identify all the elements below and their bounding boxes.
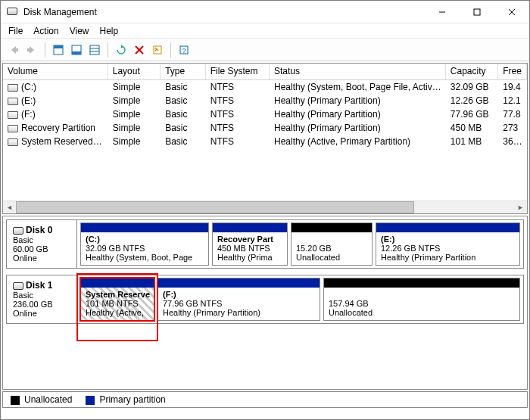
svg-rect-5 (27, 48, 30, 51)
disk-strip: (C:) 32.09 GB NTFS Healthy (System, Boot… (77, 219, 524, 269)
volume-row[interactable]: Recovery Partition Simple Basic NTFS Hea… (3, 121, 527, 135)
partition[interactable]: Recovery Part 450 MB NTFS Healthy (Prima (212, 222, 288, 266)
volume-list-header: Volume Layout Type File System Status Ca… (3, 64, 527, 80)
volume-row[interactable]: (F:) Simple Basic NTFS Healthy (Primary … (3, 107, 527, 121)
partition[interactable]: (C:) 32.09 GB NTFS Healthy (System, Boot… (80, 222, 209, 266)
partition-status: Unallocated (329, 308, 373, 317)
partition-size: 32.09 GB NTFS (86, 244, 145, 253)
disk-size: 60.00 GB (13, 244, 70, 254)
menu-file[interactable]: File (8, 26, 23, 36)
volume-free: 19.4 (498, 82, 527, 92)
menu-action[interactable]: Action (33, 26, 58, 36)
back-button[interactable] (5, 42, 22, 58)
toolbar-separator (108, 42, 108, 58)
svg-text:?: ? (182, 47, 186, 54)
partition-status: Unallocated (296, 253, 340, 262)
disk-state: Online (13, 309, 70, 318)
volume-row[interactable]: (C:) Simple Basic NTFS Healthy (System, … (3, 80, 527, 94)
partition[interactable]: (E:) 12.26 GB NTFS Healthy (Primary Part… (376, 222, 520, 266)
svg-rect-1 (474, 9, 480, 15)
partition-size: 77.96 GB NTFS (163, 299, 222, 308)
column-layout[interactable]: Layout (108, 64, 161, 79)
partition-status: Healthy (Prima (217, 253, 273, 262)
column-filesystem[interactable]: File System (206, 64, 270, 79)
partition-color-bar (158, 278, 320, 288)
disk-state: Online (13, 254, 70, 263)
show-top-pane-button[interactable] (50, 42, 67, 58)
column-free[interactable]: Free (498, 64, 527, 79)
partition-size: 12.26 GB NTFS (381, 244, 440, 253)
show-bottom-pane-button[interactable] (68, 42, 85, 58)
disk-kind: Basic (13, 235, 70, 244)
show-list-view-button[interactable] (86, 42, 103, 58)
disk-info[interactable]: Disk 1 Basic 236.00 GB Online (6, 275, 77, 324)
scroll-right-arrow[interactable]: ► (514, 201, 527, 213)
scroll-left-arrow[interactable]: ◄ (3, 201, 16, 213)
window-titlebar: Disk Management (1, 1, 529, 23)
volume-name: (E:) (21, 95, 36, 106)
partition-selected[interactable]: System Reserve 101 MB NTFS Healthy (Acti… (80, 278, 154, 321)
partition-status: Healthy (Active, (86, 308, 144, 317)
disk-strip: System Reserve 101 MB NTFS Healthy (Acti… (77, 275, 524, 324)
partition-name: System Reserve (86, 290, 150, 299)
disk-label: Disk 1 (26, 280, 52, 291)
disk-graphical-pane: Disk 0 Basic 60.00 GB Online (C:) 32.09 … (2, 216, 528, 390)
toolbar-separator (45, 42, 45, 58)
column-type[interactable]: Type (161, 64, 206, 79)
horizontal-scrollbar[interactable]: ◄ ► (3, 201, 527, 213)
window-title: Disk Management (23, 7, 425, 17)
properties-button[interactable] (149, 42, 166, 58)
forward-button[interactable] (23, 42, 40, 58)
svg-rect-9 (72, 51, 81, 54)
partition-color-bar (81, 223, 208, 232)
volume-fs: NTFS (206, 82, 270, 92)
disk-kind: Basic (13, 291, 70, 300)
partition-name: Recovery Part (217, 235, 273, 244)
scroll-track[interactable] (16, 201, 514, 213)
column-status[interactable]: Status (270, 64, 446, 79)
partition-unallocated[interactable]: 157.94 GB Unallocated (323, 278, 520, 321)
disk-info[interactable]: Disk 0 Basic 60.00 GB Online (6, 219, 77, 269)
menu-help[interactable]: Help (100, 26, 119, 36)
close-button[interactable] (494, 1, 529, 23)
help-button[interactable]: ? (176, 42, 192, 58)
drive-icon (8, 125, 18, 132)
volume-name: (F:) (21, 109, 36, 120)
partition-unallocated[interactable]: 15.20 GB Unallocated (291, 222, 373, 266)
partition-size: 450 MB NTFS (217, 244, 270, 253)
partition-status: Healthy (Primary Partition (381, 253, 475, 262)
legend-swatch-unallocated (11, 396, 20, 405)
column-capacity[interactable]: Capacity (446, 64, 498, 79)
disk-size: 236.00 GB (13, 300, 70, 309)
svg-rect-10 (90, 45, 99, 54)
maximize-button[interactable] (460, 1, 494, 23)
column-volume[interactable]: Volume (3, 64, 108, 79)
app-icon (7, 6, 19, 18)
partition-status: Healthy (System, Boot, Page (86, 253, 192, 262)
partition-color-bar (376, 223, 519, 232)
refresh-button[interactable] (113, 42, 129, 58)
toolbar: ? (1, 39, 529, 61)
partition-name: (F:) (163, 290, 176, 299)
delete-button[interactable] (131, 42, 148, 58)
scroll-thumb[interactable] (16, 201, 414, 213)
disk-row: Disk 0 Basic 60.00 GB Online (C:) 32.09 … (6, 219, 524, 269)
volume-row[interactable]: (E:) Simple Basic NTFS Healthy (Primary … (3, 94, 527, 107)
volume-capacity: 32.09 GB (446, 82, 498, 92)
partition-size: 15.20 GB (296, 244, 331, 253)
menu-view[interactable]: View (70, 26, 89, 36)
partition[interactable]: (F:) 77.96 GB NTFS Healthy (Primary Part… (157, 278, 320, 321)
partition-color-bar (81, 278, 154, 288)
volume-list-body: (C:) Simple Basic NTFS Healthy (System, … (3, 80, 527, 148)
partition-status: Healthy (Primary Partition) (163, 308, 260, 317)
menu-bar: File Action View Help (1, 23, 529, 39)
partition-color-bar (213, 223, 287, 232)
partition-name: (C:) (86, 235, 100, 244)
disk-icon (13, 227, 23, 235)
minimize-button[interactable] (425, 1, 460, 23)
drive-icon (8, 84, 18, 92)
volume-name: System Reserved P... (21, 136, 108, 147)
volume-row[interactable]: System Reserved P... Simple Basic NTFS H… (3, 135, 527, 148)
legend-swatch-primary (86, 396, 95, 405)
volume-layout: Simple (108, 82, 161, 92)
